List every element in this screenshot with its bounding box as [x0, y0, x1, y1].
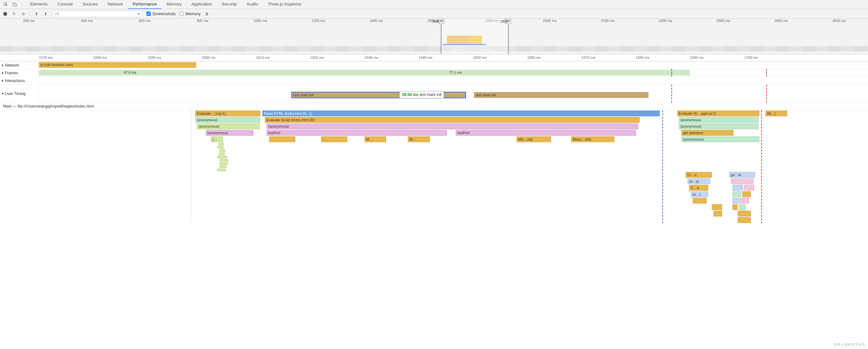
track-body-network[interactable]: js (cdn.bootcss.com): [39, 61, 868, 69]
flame-bar[interactable]: [217, 169, 226, 171]
flame-bar[interactable]: get webstore: [681, 130, 734, 136]
flame-bar[interactable]: Evaluate …in.js:1): [195, 110, 260, 116]
flame-bar[interactable]: Minor…ted): [571, 136, 615, 142]
track-network: Network js (cdn.bootcss.com): [0, 61, 868, 69]
flame-bar[interactable]: Cr…e: [686, 172, 712, 178]
flame-lane: (anonymous)(anonymous)(anonymous): [0, 123, 868, 130]
flame-lane: [0, 210, 868, 217]
flame-bar[interactable]: [218, 143, 224, 145]
flame-bar[interactable]: [217, 156, 227, 158]
screenshots-checkbox[interactable]: Screenshots: [147, 11, 176, 16]
flame-bar[interactable]: Evaluate Script (index.html:30): [265, 117, 640, 123]
flame-bar[interactable]: [738, 217, 751, 223]
tab-elements[interactable]: Elements: [26, 0, 52, 9]
flame-bar[interactable]: Evaluate Sc…ager.js:1): [677, 110, 760, 116]
overview-timeline[interactable]: 200 ms400 ms600 ms800 ms1000 ms1200 ms14…: [0, 19, 868, 54]
memory-input[interactable]: [180, 12, 184, 16]
track-label-network[interactable]: Network: [0, 61, 39, 69]
flame-bar[interactable]: (…: [211, 136, 223, 142]
flame-bar[interactable]: M…: [365, 136, 386, 142]
track-label-interactions[interactable]: Interactions: [0, 77, 39, 84]
flame-bar[interactable]: [219, 152, 225, 155]
record-button[interactable]: [3, 11, 8, 16]
flame-bar[interactable]: [744, 185, 754, 191]
flame-bar[interactable]: [693, 198, 707, 204]
track-main-flame[interactable]: Evaluate …in.js:1)Parse HTML (index.html…: [0, 110, 868, 223]
flame-bar[interactable]: Min…ed): [517, 136, 551, 142]
tab-application[interactable]: Application: [187, 0, 217, 9]
flame-bar[interactable]: (anonymous): [679, 117, 759, 123]
load-profile-icon[interactable]: ⬆: [34, 11, 39, 16]
flame-bar[interactable]: testPerf: [267, 130, 447, 136]
flame-bar[interactable]: Mi…): [766, 110, 787, 116]
flame-bar[interactable]: [712, 204, 722, 210]
marker-line: [191, 110, 191, 223]
flame-bar[interactable]: [269, 136, 295, 142]
inspect-icon[interactable]: [2, 1, 10, 8]
frame-bar[interactable]: 67.6 ms: [39, 70, 221, 76]
reload-record-icon[interactable]: ↻: [12, 11, 17, 16]
frame-bar[interactable]: 77.1 ms: [221, 70, 690, 76]
flame-bar[interactable]: ge…te: [729, 172, 755, 178]
flame-bar[interactable]: [738, 211, 751, 216]
flame-bar[interactable]: C…e: [689, 185, 708, 191]
overview-window[interactable]: ns ns: [441, 19, 508, 54]
flame-lane: (a…s): [0, 178, 868, 184]
clear-icon[interactable]: ⊘: [21, 11, 26, 16]
tab-memory[interactable]: Memory: [162, 0, 186, 9]
flame-bar[interactable]: [731, 178, 753, 184]
profile-select[interactable]: #1 ▾: [52, 11, 143, 17]
flame-bar[interactable]: (anonymous): [267, 124, 638, 129]
flame-bar[interactable]: [742, 191, 751, 197]
tab-console[interactable]: Console: [53, 0, 77, 9]
tab-network[interactable]: Network: [103, 0, 128, 9]
screenshots-input[interactable]: [147, 12, 151, 16]
flame-bar[interactable]: (anonymous): [197, 124, 259, 129]
flame-bar[interactable]: (anonymous): [681, 136, 760, 142]
user-timing-mark[interactable]: test mark init: [474, 92, 648, 98]
flame-bar[interactable]: [219, 162, 228, 165]
flame-bar[interactable]: Parse HTML (index.html [9…]): [262, 110, 660, 116]
flame-bar[interactable]: [740, 198, 749, 204]
flame-bar[interactable]: [733, 204, 738, 210]
flame-bar[interactable]: (a…): [691, 191, 708, 197]
flame-bar[interactable]: testPerf: [456, 130, 636, 136]
flame-bar[interactable]: [220, 149, 225, 152]
flame-bar[interactable]: M…: [408, 136, 430, 142]
flame-bar[interactable]: [733, 185, 743, 191]
flame-bar[interactable]: [321, 136, 347, 142]
track-label-frames[interactable]: Frames: [0, 69, 39, 77]
track-label-user-timing[interactable]: User Timing: [0, 85, 39, 102]
marker-line: [761, 110, 762, 223]
marker-line: [671, 69, 672, 77]
flame-bar[interactable]: (anonymous): [206, 130, 253, 136]
tab-security[interactable]: Security: [217, 0, 241, 9]
flame-bar[interactable]: [217, 146, 223, 149]
flame-bar[interactable]: (a…s): [687, 178, 710, 184]
memory-checkbox[interactable]: Memory: [180, 11, 200, 16]
save-profile-icon[interactable]: ⬇: [43, 11, 48, 16]
tracks-container: Network js (cdn.bootcss.com) Frames 67.6…: [0, 61, 868, 223]
flame-bar[interactable]: (anonymous): [679, 124, 759, 129]
devtools-tabbar: ElementsConsoleSourcesNetworkPerformance…: [0, 0, 868, 9]
track-main-header[interactable]: Main — file:///Users/wangqi/myself/wqtes…: [0, 103, 868, 110]
tab-audits[interactable]: Audits: [242, 0, 262, 9]
tab-performance[interactable]: Performance: [128, 0, 161, 9]
tab-three-js-inspector[interactable]: Three.js Inspector: [263, 0, 306, 9]
flame-bar[interactable]: [220, 159, 228, 162]
track-body-interactions[interactable]: [39, 77, 868, 84]
flame-bar[interactable]: [733, 191, 741, 197]
collapse-icon: [2, 79, 4, 82]
flame-bar[interactable]: [713, 211, 722, 216]
expand-icon: [2, 93, 4, 94]
flame-bar[interactable]: (anonymous): [195, 117, 260, 123]
device-toggle-icon[interactable]: [11, 1, 19, 8]
flame-bar[interactable]: [733, 198, 739, 204]
network-request[interactable]: js (cdn.bootcss.com): [39, 62, 196, 68]
tab-sources[interactable]: Sources: [78, 0, 102, 9]
track-body-frames[interactable]: 67.6 ms77.1 ms: [39, 69, 868, 77]
track-body-user-timing[interactable]: test mark inittest mark init 28.50 ms te…: [39, 85, 868, 102]
flame-bar[interactable]: [219, 166, 226, 168]
flame-bar[interactable]: [739, 204, 745, 210]
trash-icon[interactable]: 🗑: [205, 11, 210, 16]
